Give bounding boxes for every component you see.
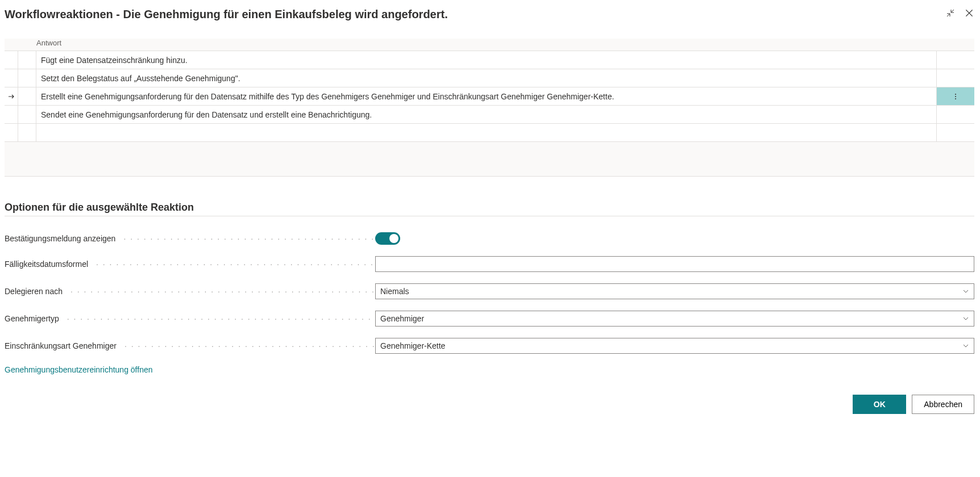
table-row[interactable]: Erstellt eine Genehmigungsanforderung fü… bbox=[5, 87, 974, 106]
antwort-cell[interactable]: Sendet eine Genehmigungsanforderung für … bbox=[36, 106, 937, 123]
limit-type-label: Einschränkungsart Genehmiger bbox=[5, 341, 375, 350]
table-row[interactable]: Sendet eine Genehmigungsanforderung für … bbox=[5, 106, 974, 124]
page-title: Workflowreaktionen - Die Genehmigung für… bbox=[5, 7, 448, 22]
svg-point-0 bbox=[955, 94, 956, 95]
row-indicator bbox=[5, 69, 18, 87]
more-vertical-icon[interactable] bbox=[952, 93, 960, 101]
svg-point-2 bbox=[955, 98, 956, 99]
table-row[interactable]: Setzt den Belegstatus auf „Ausstehende G… bbox=[5, 69, 974, 87]
row-indicator bbox=[5, 106, 18, 123]
duedate-label: Fälligkeitsdatumsformel bbox=[5, 260, 375, 269]
confirm-label: Bestätigungsmeldung anzeigen bbox=[5, 234, 375, 243]
antwort-cell[interactable]: Setzt den Belegstatus auf „Ausstehende G… bbox=[36, 69, 937, 87]
row-actions[interactable] bbox=[937, 87, 974, 105]
confirm-toggle[interactable] bbox=[375, 232, 400, 245]
limit-type-select[interactable]: Genehmiger-Kette bbox=[375, 338, 974, 354]
svg-point-1 bbox=[955, 96, 956, 97]
table-row[interactable]: Fügt eine Datensatzeinschränkung hinzu. bbox=[5, 51, 974, 69]
row-indicator bbox=[5, 124, 18, 141]
table-row[interactable] bbox=[5, 124, 974, 142]
row-indicator bbox=[5, 87, 18, 105]
approval-user-setup-link[interactable]: Genehmigungsbenutzereinrichtung öffnen bbox=[5, 365, 152, 374]
row-actions bbox=[937, 106, 974, 123]
reactions-table: Antwort Fügt eine Datensatzeinschränkung… bbox=[5, 39, 974, 177]
approver-type-select[interactable]: Genehmiger bbox=[375, 311, 974, 327]
row-actions bbox=[937, 69, 974, 87]
antwort-cell[interactable]: Fügt eine Datensatzeinschränkung hinzu. bbox=[36, 51, 937, 69]
antwort-cell[interactable] bbox=[36, 124, 937, 141]
close-icon[interactable] bbox=[964, 8, 974, 18]
delegate-select[interactable]: Niemals bbox=[375, 283, 974, 299]
collapse-icon[interactable] bbox=[946, 9, 955, 18]
arrow-right-icon bbox=[7, 92, 16, 101]
delegate-label: Delegieren nach bbox=[5, 287, 375, 296]
options-heading: Optionen für die ausgewählte Reaktion bbox=[5, 202, 974, 216]
column-header-antwort[interactable]: Antwort bbox=[36, 39, 974, 47]
antwort-cell[interactable]: Erstellt eine Genehmigungsanforderung fü… bbox=[36, 87, 937, 105]
row-actions bbox=[937, 124, 974, 141]
duedate-input[interactable] bbox=[375, 256, 974, 272]
row-actions bbox=[937, 51, 974, 69]
approver-type-label: Genehmigertyp bbox=[5, 314, 375, 323]
ok-button[interactable]: OK bbox=[853, 395, 906, 414]
cancel-button[interactable]: Abbrechen bbox=[912, 395, 974, 414]
row-indicator bbox=[5, 51, 18, 69]
